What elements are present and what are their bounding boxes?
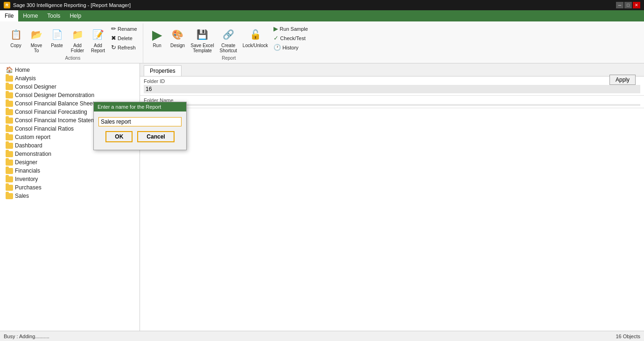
dialog-title-bar: Enter a name for the Report	[94, 102, 186, 111]
ok-button[interactable]: OK	[105, 131, 133, 142]
dialog-body: OK Cancel	[94, 111, 186, 150]
dialog: Enter a name for the Report OK Cancel	[93, 102, 187, 150]
report-name-input[interactable]	[98, 117, 182, 126]
dialog-buttons: OK Cancel	[98, 131, 182, 146]
cancel-button[interactable]: Cancel	[137, 131, 174, 142]
dialog-overlay: Enter a name for the Report OK Cancel	[0, 0, 644, 341]
dialog-title: Enter a name for the Report	[98, 104, 161, 110]
